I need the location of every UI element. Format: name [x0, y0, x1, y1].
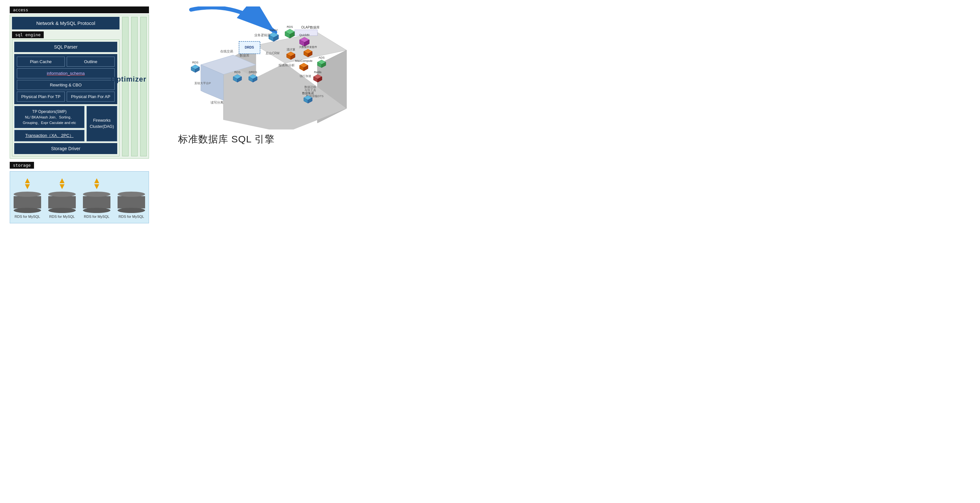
- rds-label-4: RDS for MySQL: [119, 214, 144, 219]
- side-strips: [121, 15, 149, 158]
- svg-text:数据库: 数据库: [240, 54, 249, 57]
- svg-text:强行加速: 强行加速: [299, 75, 311, 78]
- sql-engine-label: sql engine: [12, 32, 44, 38]
- iso-diagram-container: DRDS DataV RDS: [172, 6, 353, 123]
- left-column: access Network & MySQL Protocol sql engi…: [10, 6, 149, 245]
- optimizer-label: Optimizer: [111, 75, 146, 84]
- tp-operators-box: TP Operators(SMP) NL/ BKA/Hash Join、Sort…: [14, 106, 84, 128]
- svg-text:RDS: RDS: [286, 25, 293, 29]
- rds-cylinder-4: ▲ ▼ RDS for MySQL: [118, 176, 145, 219]
- svg-text:大数据开发套件: 大数据开发套件: [299, 46, 317, 49]
- isometric-svg: DRDS DataV RDS: [172, 6, 353, 130]
- network-protocol-bar: Network & MySQL Protocol: [12, 17, 119, 29]
- rds-cylinder-2: ▲ ▼ RDS for MySQL: [48, 176, 76, 219]
- storage-label: storage: [10, 162, 34, 169]
- svg-text:直链大平台P: 直链大平台P: [194, 82, 211, 85]
- cyl-mid-3: [83, 196, 110, 208]
- main-arch-box: Network & MySQL Protocol sql engine SQL …: [10, 14, 149, 159]
- cyl-bot-2: [48, 208, 76, 213]
- cyl-mid-1: [14, 196, 41, 208]
- strip-2: [131, 17, 138, 156]
- cyl-top-1: [14, 192, 41, 197]
- arch-main-content: Network & MySQL Protocol sql engine SQL …: [10, 15, 121, 158]
- cyl-bot-1: [14, 208, 41, 213]
- storage-tag-row: storage: [10, 162, 149, 170]
- cyl-mid-2: [48, 196, 76, 208]
- svg-text:后台CRM: 后台CRM: [266, 51, 280, 55]
- strip-3: [140, 17, 147, 156]
- cyl-bot-4: [118, 208, 145, 213]
- storage-section: storage ▲ ▼ RDS for MySQL ▲: [10, 162, 149, 223]
- svg-text:ADS: ADS: [319, 56, 325, 59]
- svg-text:数据集成: 数据集成: [302, 92, 314, 95]
- svg-text:读写分离: 读写分离: [210, 101, 223, 104]
- optimizer-section: Plan Cache Outline information_schema Re…: [14, 54, 117, 104]
- outline-box: Outline: [67, 57, 115, 67]
- svg-text:QuickBI: QuickBI: [299, 33, 310, 36]
- cyl-bot-3: [83, 208, 110, 213]
- right-panel: DRDS DataV RDS: [149, 6, 480, 245]
- cyl-top-4: [118, 192, 145, 197]
- rds-label-2: RDS for MySQL: [49, 214, 75, 219]
- cyl-mid-4: [118, 196, 145, 208]
- svg-text:DRDS: DRDS: [245, 46, 254, 49]
- standard-db-label: 标准数据库 SQL 引擎: [178, 133, 480, 146]
- strip-1: [122, 17, 129, 156]
- svg-text:在线交易: 在线交易: [220, 49, 233, 53]
- page-wrapper: access Network & MySQL Protocol sql engi…: [0, 0, 490, 252]
- svg-text:DRDS: DRDS: [249, 71, 257, 74]
- cyl-top-3: [83, 192, 110, 197]
- rewriting-cbo-box: Rewriting & CBO: [17, 80, 115, 90]
- svg-text:RDS: RDS: [192, 61, 198, 64]
- info-schema-box: information_schema: [17, 68, 115, 78]
- fireworks-box: Fireworks Cluster(DAG): [86, 106, 117, 141]
- storage-bg-box: ▲ ▼ RDS for MySQL ▲ ▼: [10, 171, 149, 223]
- rds-cylinder-3: ▲ ▼ RDS for MySQL: [83, 176, 110, 219]
- rds-cylinder-1: ▲ ▼ RDS for MySQL: [14, 176, 41, 219]
- svg-text:Redis: Redis: [314, 71, 321, 74]
- svg-text:RDS: RDS: [234, 71, 240, 74]
- svg-text:数据迁移: 数据迁移: [304, 86, 316, 89]
- svg-text:报表和分析: 报表和分析: [278, 63, 295, 67]
- transaction-box: Transaction（XA、2PC）: [14, 130, 84, 141]
- sql-parser-bar: SQL Parser: [14, 42, 117, 52]
- svg-text:业务逻辑层: 业务逻辑层: [254, 33, 270, 37]
- svg-text:MaxCompute: MaxCompute: [295, 59, 312, 62]
- access-label: access: [10, 6, 149, 13]
- physical-plan-ap-box: Physical Plan For AP: [67, 92, 115, 102]
- plan-cache-box: Plan Cache: [17, 57, 65, 67]
- svg-text:DataV: DataV: [269, 29, 278, 32]
- storage-driver-bar: Storage Driver: [14, 143, 117, 154]
- svg-text:OLAP数据库: OLAP数据库: [301, 25, 320, 29]
- physical-plan-tp-box: Physical Plan For TP: [17, 92, 65, 102]
- svg-text:流计算: 流计算: [286, 48, 295, 51]
- rds-label-3: RDS for MySQL: [84, 214, 110, 219]
- cyl-top-2: [48, 192, 76, 197]
- rds-label-1: RDS for MySQL: [14, 214, 40, 219]
